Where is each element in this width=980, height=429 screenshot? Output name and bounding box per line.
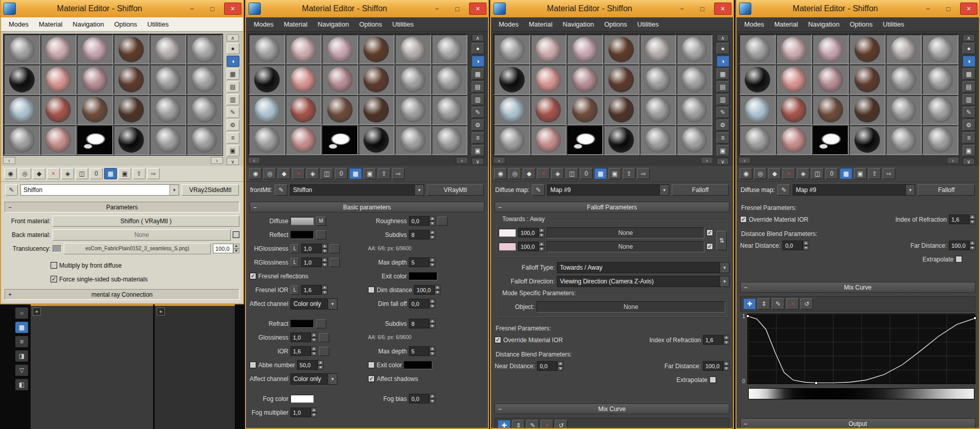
get-material-icon[interactable]: ◉ bbox=[4, 168, 17, 179]
refract-exit-color-swatch[interactable] bbox=[404, 361, 432, 369]
material-sample-slot[interactable] bbox=[776, 95, 813, 125]
rollout-collapse-icon[interactable]: − bbox=[744, 284, 747, 291]
backlight-icon[interactable]: ◑ bbox=[472, 56, 484, 67]
material-sample-slot[interactable] bbox=[603, 34, 640, 64]
object-pick-button[interactable]: None bbox=[536, 301, 725, 313]
material-id-channel-icon[interactable]: 0 bbox=[825, 168, 838, 179]
material-sample-slot[interactable] bbox=[431, 34, 468, 64]
material-sample-slot[interactable] bbox=[603, 125, 640, 155]
spinner-value[interactable]: 100,0 bbox=[518, 228, 538, 237]
menu-modes[interactable]: Modes bbox=[249, 19, 278, 30]
spinner-arrows[interactable] bbox=[322, 244, 328, 253]
background-icon[interactable]: ▦ bbox=[963, 68, 975, 80]
menu-material[interactable]: Material bbox=[524, 19, 557, 30]
rollout-collapse-icon[interactable]: − bbox=[253, 204, 257, 211]
material-type-button[interactable]: VRayMtl bbox=[427, 184, 484, 196]
material-type-button[interactable]: VRay2SidedMtl bbox=[182, 184, 239, 196]
show-map-in-viewport-icon[interactable]: ▦ bbox=[840, 168, 852, 179]
spinner-arrows[interactable] bbox=[538, 242, 545, 251]
spinner-value[interactable]: 8 bbox=[409, 230, 429, 240]
near-distance-spinner[interactable]: 0,0 bbox=[782, 241, 809, 250]
rollout-expand-icon[interactable]: + bbox=[33, 307, 41, 316]
go-to-parent-icon[interactable]: ⇧ bbox=[133, 168, 145, 179]
maximize-button[interactable]: □ bbox=[694, 3, 711, 15]
spinner-arrows[interactable] bbox=[429, 216, 435, 226]
menu-navigation[interactable]: Navigation bbox=[558, 19, 598, 30]
video-color-check-icon[interactable]: ▥ bbox=[472, 94, 484, 105]
index-of-refraction-spinner[interactable]: 1,6 bbox=[703, 335, 729, 345]
scroll-down-button[interactable]: ∨ bbox=[472, 158, 484, 165]
spinner-value[interactable]: 8 bbox=[409, 319, 429, 328]
chevron-down-icon[interactable]: ▾ bbox=[169, 185, 179, 195]
options-icon[interactable]: ⚙ bbox=[963, 120, 975, 131]
spinner-value[interactable]: 1,0 bbox=[290, 408, 311, 417]
fresnel-ior-lock-button[interactable]: L bbox=[290, 285, 299, 295]
spinner-arrows[interactable] bbox=[969, 241, 975, 250]
material-map-navigator-icon[interactable]: ▣ bbox=[717, 145, 729, 156]
material-sample-slot[interactable] bbox=[77, 64, 113, 94]
show-end-result-icon[interactable]: ▣ bbox=[363, 168, 376, 179]
abbe-number-spinner[interactable]: 50,0 bbox=[297, 360, 324, 370]
show-map-in-viewport-icon[interactable]: ▦ bbox=[104, 168, 117, 179]
go-forward-sibling-icon[interactable]: ⇨ bbox=[883, 168, 895, 179]
background-icon[interactable]: ▦ bbox=[717, 68, 729, 80]
material-sample-slot[interactable] bbox=[812, 64, 849, 94]
scroll-down-button[interactable]: ∨ bbox=[963, 158, 975, 165]
spinner-value[interactable]: 0,0 bbox=[409, 394, 429, 403]
add-point-icon[interactable]: ✎ bbox=[526, 420, 539, 428]
delete-point-icon[interactable]: × bbox=[786, 298, 799, 309]
material-sample-slot[interactable] bbox=[776, 34, 813, 64]
spinner-value[interactable]: 1,6 bbox=[290, 346, 311, 356]
material-sample-slot[interactable] bbox=[812, 125, 849, 155]
material-sample-slot[interactable] bbox=[640, 64, 676, 94]
select-by-material-icon[interactable]: ≡ bbox=[963, 132, 975, 144]
scroll-left-button[interactable]: ‹ bbox=[493, 157, 505, 164]
material-sample-slot[interactable] bbox=[567, 125, 603, 155]
make-unique-icon[interactable]: ◈ bbox=[551, 168, 564, 179]
spinner-value[interactable]: 1,6 bbox=[949, 214, 969, 224]
title-bar[interactable]: Material Editor - Shiffon − □ × bbox=[1, 0, 243, 17]
spinner-value[interactable]: 0,0 bbox=[782, 241, 803, 250]
material-sample-slot[interactable] bbox=[922, 95, 959, 125]
multiply-front-diffuse-checkbox[interactable] bbox=[51, 262, 57, 269]
material-sample-slot[interactable] bbox=[77, 125, 113, 155]
material-sample-slot[interactable] bbox=[113, 64, 150, 94]
material-sample-slot[interactable] bbox=[249, 125, 285, 155]
material-sample-slot[interactable] bbox=[285, 64, 322, 94]
abbe-number-checkbox[interactable] bbox=[250, 362, 256, 368]
make-preview-icon[interactable]: ✎ bbox=[963, 107, 975, 118]
side-color-swatch[interactable] bbox=[499, 243, 516, 251]
spinner-arrows[interactable] bbox=[311, 346, 317, 356]
reset-curve-icon[interactable]: ↺ bbox=[555, 420, 568, 428]
show-map-in-viewport-icon[interactable]: ▦ bbox=[594, 168, 607, 179]
material-sample-slot[interactable] bbox=[150, 95, 186, 125]
far-distance-spinner[interactable]: 100,0 bbox=[949, 241, 975, 250]
material-sample-slot[interactable] bbox=[494, 95, 530, 125]
make-preview-icon[interactable]: ✎ bbox=[472, 107, 484, 118]
material-sample-slot[interactable] bbox=[640, 34, 676, 64]
chevron-down-icon[interactable]: ▾ bbox=[328, 299, 337, 309]
minimize-button[interactable]: − bbox=[428, 3, 446, 15]
material-name-dropdown[interactable]: Shiffon▾ bbox=[20, 184, 179, 196]
make-unique-icon[interactable]: ◈ bbox=[61, 168, 74, 179]
spinner-value[interactable]: 1,0 bbox=[301, 257, 322, 267]
material-sample-slot[interactable] bbox=[849, 34, 886, 64]
override-material-ior-checkbox[interactable]: ✓ bbox=[495, 337, 501, 343]
material-sample-slot[interactable] bbox=[322, 34, 358, 64]
desk-tool-icon[interactable]: ▽ bbox=[15, 365, 28, 376]
put-to-library-icon[interactable]: ◫ bbox=[321, 168, 333, 179]
desk-tool-icon[interactable]: ≡ bbox=[15, 336, 28, 347]
material-sample-slot[interactable] bbox=[395, 125, 431, 155]
spinner-value[interactable]: 5 bbox=[409, 257, 429, 267]
material-sample-slot[interactable] bbox=[186, 125, 223, 155]
go-forward-sibling-icon[interactable]: ⇨ bbox=[637, 168, 650, 179]
material-sample-slot[interactable] bbox=[739, 95, 776, 125]
front-map-enable-checkbox[interactable]: ✓ bbox=[706, 229, 713, 236]
chevron-down-icon[interactable]: ▾ bbox=[720, 276, 729, 287]
refract-color-swatch[interactable] bbox=[290, 320, 314, 328]
rollout-basic-parameters[interactable]: − Basic parameters bbox=[250, 202, 484, 212]
falloff-type-dropdown[interactable]: Towards / Away▾ bbox=[557, 262, 729, 273]
scroll-up-button[interactable]: ∧ bbox=[227, 34, 239, 41]
put-to-scene-icon[interactable]: ◎ bbox=[508, 168, 521, 179]
material-sample-slot[interactable] bbox=[640, 125, 676, 155]
